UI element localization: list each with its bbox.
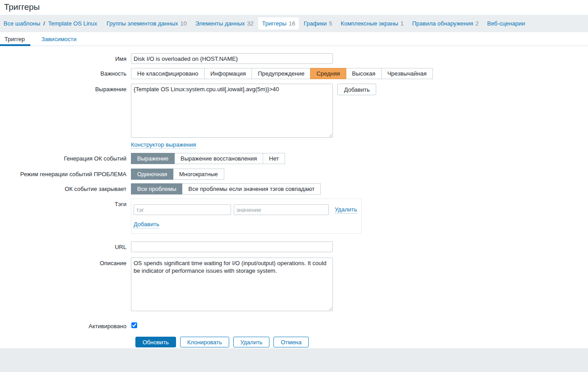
expression-constructor-link[interactable]: Конструктор выражения (131, 141, 196, 149)
update-button[interactable]: Обновить (135, 337, 176, 347)
page: Триггеры Все шаблоны / Template OS Linux… (0, 0, 588, 348)
nav-item-web-scenarios[interactable]: Веб-сценарии (483, 17, 529, 30)
ok-event-closes-all-problems[interactable]: Все проблемы (131, 183, 182, 194)
nav-item-label: Графики (304, 20, 327, 27)
tag-add-link[interactable]: Добавить (134, 221, 159, 228)
tab-trigger[interactable]: Триггер (0, 32, 30, 46)
ok-event-generation-none[interactable]: Нет (263, 153, 285, 164)
nav-item-label: Комплексные экраны (341, 20, 399, 27)
problem-event-mode-multiple[interactable]: Многократные (173, 169, 224, 180)
nav-item-items[interactable]: Элементы данных 32 (192, 17, 257, 30)
severity-option-warning[interactable]: Предупреждение (252, 68, 311, 79)
nav-item-count: 16 (289, 20, 295, 27)
breadcrumb-nav-bar: Все шаблоны / Template OS Linux Группы э… (0, 15, 588, 32)
nav-item-label: Группы элементов данных (107, 20, 178, 27)
nav-item-count: 32 (247, 20, 253, 27)
enabled-label: Активировано (0, 321, 131, 330)
expression-label: Выражение (0, 84, 131, 93)
breadcrumb-template-link[interactable]: Template OS Linux (48, 20, 97, 27)
ok-event-closes-group: Все проблемы Все проблемы если значения … (131, 183, 321, 194)
ok-event-closes-label: ОК событие закрывает (0, 183, 131, 192)
description-label: Описание (0, 258, 131, 266)
url-label: URL (0, 241, 131, 250)
enabled-checkbox[interactable] (131, 322, 137, 328)
severity-group: Не классифицировано Информация Предупреж… (131, 68, 433, 79)
severity-option-high[interactable]: Высокая (346, 68, 382, 79)
clone-button[interactable]: Клонировать (180, 337, 229, 347)
spacer (0, 141, 131, 144)
severity-option-not-classified[interactable]: Не классифицировано (131, 68, 205, 79)
severity-option-information[interactable]: Информация (204, 68, 252, 79)
tags-label: Тэги (0, 199, 131, 207)
nav-item-screens[interactable]: Комплексные экраны 1 (337, 17, 407, 30)
ok-event-generation-recovery-expression[interactable]: Выражение восстановления (174, 153, 263, 164)
nav-item-label: Элементы данных (195, 20, 245, 27)
nav-item-triggers[interactable]: Триггеры 16 (258, 17, 298, 30)
nav-item-label: Веб-сценарии (487, 20, 525, 27)
tab-dependencies[interactable]: Зависимости (37, 32, 82, 46)
nav-item-discovery-rules[interactable]: Правила обнаружения 2 (408, 17, 482, 30)
form-footer: Обновить Клонировать Удалить Отмена (135, 337, 588, 347)
expression-add-button[interactable]: Добавить (337, 84, 376, 95)
nav-item-count: 1 (400, 20, 403, 27)
tags-container: Удалить Добавить (131, 199, 362, 234)
ok-event-generation-group: Выражение Выражение восстановления Нет (131, 153, 285, 164)
cancel-button[interactable]: Отмена (273, 337, 309, 347)
ok-event-generation-expression[interactable]: Выражение (131, 153, 175, 164)
nav-item-label: Триггеры (262, 20, 286, 27)
nav-item-count: 5 (329, 20, 332, 27)
severity-option-average[interactable]: Средняя (310, 68, 346, 79)
delete-button[interactable]: Удалить (233, 337, 270, 347)
problem-event-mode-label: Режим генерации событий ПРОБЛЕМА (0, 169, 131, 178)
nav-item-applications[interactable]: Группы элементов данных 10 (103, 17, 190, 30)
tab-bar: Триггер Зависимости (0, 32, 588, 46)
breadcrumb-separator: / (43, 20, 45, 27)
tag-value-input[interactable] (234, 204, 329, 215)
problem-event-mode-group: Одиночная Многократные (131, 169, 224, 180)
url-input[interactable] (131, 241, 333, 252)
ok-event-closes-matching-tags[interactable]: Все проблемы если значения тэгов совпада… (182, 183, 321, 194)
ok-event-generation-label: Генерация ОК событий (0, 153, 131, 162)
page-title: Триггеры (0, 0, 588, 15)
expression-textarea[interactable]: {Template OS Linux:system.cpu.util[,iowa… (131, 84, 333, 138)
tag-remove-link[interactable]: Удалить (335, 206, 357, 214)
nav-item-count: 10 (181, 20, 187, 27)
tag-name-input[interactable] (134, 204, 231, 215)
breadcrumb-all-templates-link[interactable]: Все шаблоны (4, 20, 40, 27)
nav-item-graphs[interactable]: Графики 5 (300, 17, 336, 30)
severity-option-disaster[interactable]: Чрезвычайная (381, 68, 433, 79)
nav-item-label: Правила обнаружения (412, 20, 473, 27)
name-input[interactable] (131, 53, 333, 64)
nav-item-count: 2 (475, 20, 479, 27)
severity-label: Важность (0, 68, 131, 77)
trigger-form: Имя Важность Не классифицировано Информа… (0, 46, 588, 347)
problem-event-mode-single[interactable]: Одиночная (131, 169, 173, 180)
name-label: Имя (0, 53, 131, 62)
description-textarea[interactable]: OS spends significant time waiting for I… (131, 258, 333, 311)
